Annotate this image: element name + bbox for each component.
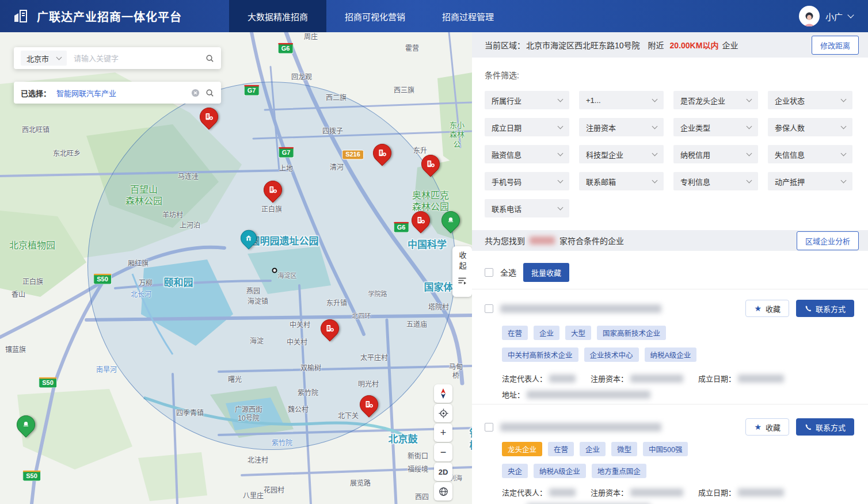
company-card: ★ 收藏 联系方式 在营企业大型国家高新技术企业 中关村高新技术企业企业技术中心…: [472, 291, 868, 404]
map-label: 东小 森林公: [450, 121, 465, 149]
company-pin[interactable]: [321, 319, 339, 338]
map-label: 镶蓝旗: [5, 346, 26, 354]
company-pin[interactable]: [412, 211, 430, 230]
map-label: 海淀: [250, 337, 264, 346]
filter-chip[interactable]: 失信信息: [768, 145, 852, 163]
map-label: 海淀镇: [248, 297, 268, 306]
distance-value: 20.00KM以内: [670, 39, 719, 51]
filter-chip[interactable]: 纳税信用: [673, 145, 758, 163]
map-label: 羊坊村: [162, 211, 183, 220]
company-pin[interactable]: [373, 144, 391, 162]
filter-chip[interactable]: 是否龙头企业: [673, 91, 758, 109]
road-shield: S50: [39, 377, 57, 388]
region-prefix: 当前区域：: [485, 39, 525, 51]
map-label: 马甸桥: [448, 363, 464, 380]
panel-collapse-button[interactable]: 收起: [452, 246, 472, 297]
map-2d-toggle[interactable]: 2D: [434, 463, 452, 481]
filter-chip[interactable]: 注册资本: [579, 118, 664, 136]
road-shield: G6: [278, 43, 294, 54]
chevron-down-icon: [558, 150, 564, 156]
nav-tab[interactable]: 招商过程管理: [424, 0, 512, 32]
locate-button[interactable]: [434, 404, 452, 422]
map-label: 西北旺镇: [22, 126, 50, 135]
company-tag: 企业: [580, 442, 606, 456]
result-suffix: 家符合条件的企业: [559, 235, 624, 246]
nav-tab[interactable]: 大数据精准招商: [229, 0, 326, 32]
filter-chip-label: 成立日期: [492, 122, 521, 133]
company-info-row: 法定代表人： 注册资本： 成立日期：: [502, 487, 799, 498]
search-icon[interactable]: [205, 54, 214, 63]
map-canvas[interactable]: 周庄霍营回龙观西三旗西二旗四拨子西北旺镇东北旺乡上地清河东升马连洼百望山 森林公…: [0, 32, 472, 504]
map-label: 海淀区: [278, 272, 297, 280]
filter-chip[interactable]: 企业状态: [768, 91, 852, 109]
chevron-down-icon: [558, 123, 564, 129]
address-label: 地址：: [502, 389, 524, 400]
clear-icon[interactable]: [191, 89, 200, 97]
green-pin-bulb: [437, 207, 463, 233]
favorite-button[interactable]: ★ 收藏: [745, 300, 789, 317]
nav-tab[interactable]: 招商可视化营销: [326, 0, 424, 32]
filter-chip[interactable]: 参保人数: [768, 118, 852, 136]
map-label: 紫竹院: [272, 439, 292, 448]
keyword-input[interactable]: [73, 54, 200, 63]
tag-row: 中关村高新技术企业企业技术中心纳税A级企业: [502, 348, 696, 362]
chevron-down-icon: [841, 150, 847, 156]
center-point-marker: [272, 268, 277, 273]
tag-row: 央企纳税A级企业地方重点国企: [502, 464, 646, 478]
company-tag: 中关村高新技术企业: [502, 348, 578, 362]
contact-button[interactable]: 联系方式: [796, 300, 854, 317]
company-checkbox[interactable]: [485, 304, 493, 313]
company-tag: 纳税A级企业: [534, 464, 586, 478]
map-label: 万柳: [139, 279, 153, 288]
batch-favorite-button[interactable]: 批量收藏: [523, 263, 569, 282]
filter-chip[interactable]: 动产抵押: [768, 172, 852, 190]
filter-chip[interactable]: 手机号码: [485, 172, 569, 190]
company-pin[interactable]: [421, 155, 440, 173]
search-icon[interactable]: [205, 89, 214, 97]
filter-chip[interactable]: 科技型企业: [579, 145, 664, 163]
filter-section-label: 条件筛选:: [485, 69, 519, 81]
zoom-in-button[interactable]: +: [434, 423, 452, 442]
chevron-down-icon: [652, 123, 658, 129]
collapse-label: 收起: [457, 251, 468, 272]
zoom-out-button[interactable]: −: [434, 443, 452, 461]
filter-chip[interactable]: 融资信息: [485, 145, 569, 163]
filter-chip[interactable]: +1...: [579, 91, 664, 109]
company-tag: 国家高新技术企业: [597, 326, 666, 340]
filter-chip[interactable]: 联系邮箱: [579, 172, 664, 190]
contact-button[interactable]: 联系方式: [796, 418, 854, 436]
filter-chip[interactable]: 联系电话: [485, 199, 569, 217]
road-shield: S50: [22, 470, 41, 481]
company-checkbox[interactable]: [485, 423, 493, 432]
reg-capital-label: 注册资本：: [591, 487, 628, 498]
city-select[interactable]: 北京市: [21, 51, 67, 66]
teal-landmark-pin[interactable]: [241, 230, 257, 246]
red-pin-bulb: [408, 207, 433, 233]
green-landmark-pin[interactable]: [441, 211, 460, 230]
chevron-down-icon[interactable]: [847, 12, 854, 18]
map-label: 清河: [330, 163, 344, 172]
filter-grid: 所属行业+1...是否龙头企业企业状态成立日期注册资本企业类型参保人数融资信息科…: [485, 91, 852, 217]
chevron-down-icon: [841, 177, 847, 183]
road-shield: G7: [279, 147, 294, 158]
region-analysis-button[interactable]: 区域企业分析: [797, 231, 859, 250]
map-label: 厢红旗: [128, 259, 149, 268]
company-pin[interactable]: [360, 395, 378, 414]
globe-button[interactable]: [434, 482, 452, 501]
filter-chip[interactable]: 所属行业: [485, 91, 569, 109]
filter-chip[interactable]: 成立日期: [485, 118, 569, 136]
company-pin[interactable]: [264, 181, 282, 199]
edit-distance-button[interactable]: 修改距离: [812, 36, 859, 55]
username: 小广: [825, 10, 843, 22]
favorite-button[interactable]: ★ 收藏: [745, 418, 789, 436]
map-label: 回龙观: [291, 73, 312, 82]
company-pin[interactable]: [200, 108, 218, 126]
user-menu[interactable]: 小广: [799, 0, 853, 32]
filter-chip[interactable]: 专利信息: [673, 172, 758, 190]
filter-chip[interactable]: 企业类型: [673, 118, 758, 136]
select-all-checkbox[interactable]: [485, 268, 493, 277]
company-tag: 企业技术中心: [584, 348, 639, 362]
compass-button[interactable]: [434, 384, 452, 403]
blurred-value: [630, 375, 683, 383]
green-landmark-pin[interactable]: [17, 415, 35, 434]
